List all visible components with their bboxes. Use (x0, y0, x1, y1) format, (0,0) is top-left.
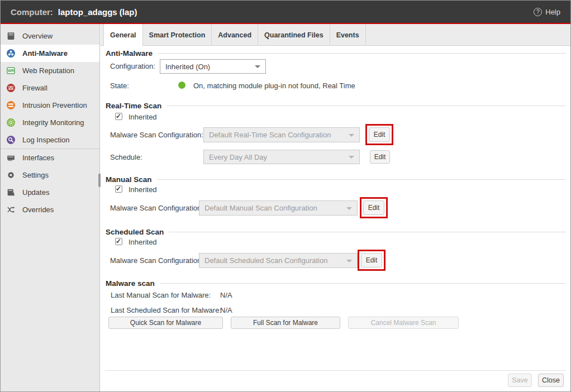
malware-scan-configuration-label: Malware Scan Configuration: (110, 131, 203, 139)
sidebar-item-label: Interfaces (22, 154, 54, 162)
state-label: State: (110, 82, 129, 90)
save-button: Save (508, 374, 532, 387)
quick-scan-button[interactable]: Quick Scan for Malware (108, 317, 223, 329)
sidebar-item-label: Overview (22, 32, 53, 40)
scheduled-scan-configuration-select: Default Scheduled Scan Configuration (199, 253, 358, 268)
real-time-edit-button[interactable]: Edit (369, 127, 390, 142)
sidebar-item-firewall[interactable]: Firewall (1, 79, 99, 97)
last-manual-scan-label: Last Manual Scan for Malware: (111, 291, 211, 299)
section-rule (158, 53, 566, 54)
tab-panel-general: Anti-Malware Configuration: Inherited (O… (101, 46, 570, 391)
chevron-down-icon (346, 207, 352, 210)
main-content: General Smart Protection Advanced Quaran… (101, 24, 570, 391)
inherited-label: Inherited (129, 113, 157, 121)
section-title: Anti-Malware (106, 49, 153, 58)
svg-text:WR: WR (8, 69, 14, 73)
sidebar-item-settings[interactable]: Settings (1, 166, 99, 184)
section-title: Manual Scan (106, 175, 152, 184)
state-text: On, matching module plug-in not found, R… (193, 82, 355, 90)
section-anti-malware-header: Anti-Malware (106, 49, 566, 58)
scheduled-inherited-checkbox[interactable] (115, 238, 122, 245)
tab-smart-protection[interactable]: Smart Protection (143, 24, 212, 46)
edit-highlight-annotation: Edit (360, 197, 388, 218)
section-title: Malware scan (106, 279, 155, 288)
schedule-edit-button[interactable]: Edit (370, 150, 390, 164)
sidebar-item-updates[interactable]: Updates (1, 184, 99, 201)
sidebar-item-log-inspection[interactable]: Log Inspection (1, 131, 99, 149)
manual-inherited-checkbox[interactable] (115, 185, 122, 193)
section-real-time-scan-header: Real-Time Scan (106, 101, 566, 110)
manual-scan-configuration-value: Default Manual Scan Configuration (204, 204, 317, 212)
interfaces-icon (6, 153, 16, 162)
sidebar-item-overrides[interactable]: Overrides (1, 201, 99, 218)
section-scheduled-scan-header: Scheduled Scan (106, 227, 566, 236)
schedule-label: Schedule: (110, 153, 142, 161)
section-rule (160, 283, 566, 284)
sidebar-item-interfaces[interactable]: Interfaces (1, 149, 99, 166)
sidebar-item-label: Integrity Monitoring (22, 118, 84, 127)
section-rule (169, 232, 566, 232)
chevron-down-icon (349, 134, 354, 137)
inherited-label: Inherited (129, 238, 157, 246)
sidebar-item-label: Anti-Malware (22, 49, 68, 58)
tab-bar: General Smart Protection Advanced Quaran… (101, 24, 570, 46)
help-button[interactable]: ? Help (534, 8, 560, 16)
configuration-select[interactable]: Inherited (On) (160, 59, 266, 74)
sidebar-item-label: Settings (22, 171, 49, 179)
section-malware-scan-header: Malware scan (106, 279, 566, 288)
manual-scan-configuration-select: Default Manual Scan Configuration (199, 200, 358, 216)
updates-icon (6, 188, 16, 197)
sidebar-item-integrity-monitoring[interactable]: Integrity Monitoring (1, 114, 99, 131)
sidebar-item-label: Web Reputation (22, 66, 74, 75)
section-rule (157, 179, 566, 180)
sidebar-item-label: Log Inspection (22, 136, 70, 144)
help-label: Help (545, 8, 560, 16)
tab-general[interactable]: General (103, 24, 143, 46)
log-inspection-icon (6, 135, 16, 145)
integrity-monitoring-icon (6, 118, 16, 127)
sidebar-item-label: Firewall (22, 84, 47, 92)
sidebar-item-intrusion-prevention[interactable]: Intrusion Prevention (1, 97, 99, 114)
tab-events[interactable]: Events (330, 24, 366, 46)
chevron-down-icon (255, 65, 260, 68)
close-button[interactable]: Close (538, 374, 564, 387)
configuration-label: Configuration: (110, 62, 155, 70)
firewall-icon (6, 83, 16, 93)
tab-advanced[interactable]: Advanced (212, 24, 258, 46)
cancel-malware-scan-button: Cancel Malware Scan (348, 317, 459, 329)
help-icon: ? (534, 8, 542, 16)
tab-quarantined-files[interactable]: Quarantined Files (258, 24, 330, 46)
last-scheduled-scan-label: Last Scheduled Scan for Malware: (111, 306, 221, 314)
state-on-indicator (178, 82, 185, 89)
edit-highlight-annotation: Edit (365, 124, 393, 145)
computer-name: laptop_adaggs (lap) (58, 7, 137, 17)
malware-scan-configuration-label: Malware Scan Configuration: (110, 204, 203, 212)
scheduled-scan-configuration-value: Default Scheduled Scan Configuration (204, 256, 327, 265)
full-scan-button[interactable]: Full Scan for Malware (231, 317, 340, 329)
overrides-icon (6, 205, 16, 214)
inherited-label: Inherited (129, 185, 157, 194)
malware-scan-configuration-label: Malware Scan Configuration: (110, 256, 203, 265)
scheduled-edit-button[interactable]: Edit (361, 253, 382, 267)
sidebar-item-label: Updates (22, 188, 49, 197)
last-manual-scan-value: N/A (220, 291, 232, 299)
chevron-down-icon (349, 156, 354, 159)
section-manual-scan-header: Manual Scan (106, 175, 566, 184)
titlebar: Computer: laptop_adaggs (lap) ? Help (1, 1, 570, 23)
section-title: Real-Time Scan (106, 102, 161, 110)
sidebar-item-overview[interactable]: Overview (1, 27, 99, 45)
computer-details-window: Computer: laptop_adaggs (lap) ? Help Ove… (0, 0, 571, 392)
overview-icon (6, 31, 16, 41)
configuration-value: Inherited (On) (165, 63, 210, 71)
sidebar-item-web-reputation[interactable]: WR Web Reputation (1, 62, 99, 79)
edit-highlight-annotation: Edit (358, 250, 386, 271)
manual-edit-button[interactable]: Edit (363, 200, 384, 215)
web-reputation-icon: WR (6, 66, 16, 75)
real-time-scan-configuration-value: Default Real-Time Scan Configuration (209, 131, 331, 139)
section-rule (166, 106, 566, 106)
real-time-inherited-checkbox[interactable] (115, 113, 122, 120)
schedule-select: Every Day All Day (203, 150, 360, 164)
sidebar-item-label: Overrides (22, 205, 54, 214)
intrusion-prevention-icon (6, 101, 16, 110)
sidebar-item-anti-malware[interactable]: Anti-Malware (1, 45, 99, 62)
